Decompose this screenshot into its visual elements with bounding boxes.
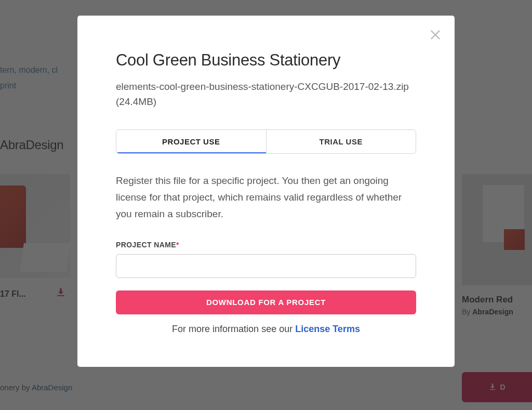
project-name-label: PROJECT NAME*	[116, 241, 416, 249]
license-info: For more information see our License Ter…	[116, 324, 416, 335]
download-for-project-button[interactable]: DOWNLOAD FOR A PROJECT	[116, 290, 416, 314]
tab-trial-use[interactable]: TRIAL USE	[267, 130, 416, 153]
project-name-input[interactable]	[116, 254, 416, 278]
close-icon	[428, 28, 443, 42]
usage-description: Register this file for a specific projec…	[116, 173, 416, 223]
usage-tabs: PROJECT USE TRIAL USE	[116, 129, 416, 154]
download-modal: Cool Green Business Stationery elements-…	[77, 16, 455, 367]
tab-project-use[interactable]: PROJECT USE	[116, 130, 267, 153]
modal-title: Cool Green Business Stationery	[116, 51, 416, 70]
license-terms-link[interactable]: License Terms	[295, 324, 360, 334]
close-button[interactable]	[428, 28, 443, 42]
filename-label: elements-cool-green-business-stationery-…	[116, 79, 416, 110]
modal-overlay[interactable]: Cool Green Business Stationery elements-…	[0, 0, 532, 410]
required-marker: *	[176, 241, 179, 249]
